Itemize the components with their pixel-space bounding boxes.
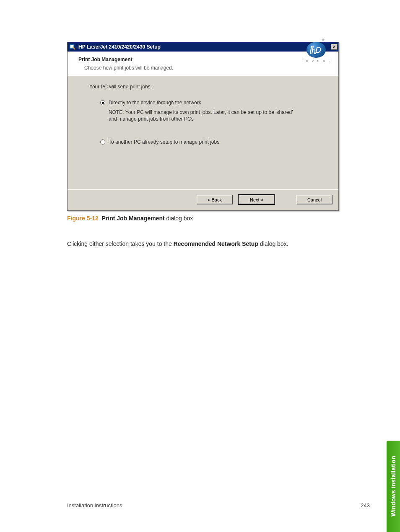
hp-logo-circle <box>306 42 326 58</box>
radio-option-other-pc[interactable]: To another PC already setup to manage pr… <box>100 139 326 145</box>
section-tab-label: Windows installation <box>390 456 397 517</box>
para-pre: Clicking either selection takes you to t… <box>67 240 174 247</box>
radio-other-pc-label: To another PC already setup to manage pr… <box>109 139 219 145</box>
dialog-footer: < Back Next > Cancel <box>68 189 338 210</box>
close-button[interactable]: × <box>331 44 338 50</box>
close-icon: × <box>333 45 335 49</box>
page: HP LaserJet 2410/2420/2430 Setup × Print… <box>0 0 400 532</box>
header-text: Print Job Management Choose how print jo… <box>78 56 173 71</box>
back-button[interactable]: < Back <box>197 195 233 204</box>
header-subtitle: Choose how print jobs will be managed. <box>78 65 173 71</box>
cancel-button[interactable]: Cancel <box>296 195 332 204</box>
footer-left: Installation instructions <box>67 502 122 509</box>
dialog-header: Print Job Management Choose how print jo… <box>68 52 338 76</box>
window-title: HP LaserJet 2410/2420/2430 Setup <box>78 44 161 50</box>
titlebar: HP LaserJet 2410/2420/2430 Setup × <box>68 42 338 52</box>
radio-direct-input[interactable] <box>100 100 105 105</box>
body-paragraph: Clicking either selection takes you to t… <box>67 240 358 248</box>
app-icon <box>69 44 76 50</box>
section-tab: Windows installation <box>387 441 400 532</box>
hp-invent-text: i n v e n t <box>301 59 331 63</box>
setup-dialog: HP LaserJet 2410/2420/2430 Setup × Print… <box>67 42 339 211</box>
figure-caption: Figure 5-12 Print Job Management dialog … <box>67 215 358 222</box>
figure-number: Figure 5-12 <box>67 215 99 222</box>
option1-note: NOTE: Your PC will manage its own print … <box>109 109 301 122</box>
dialog-body: Your PC will send print jobs: Directly t… <box>68 76 338 189</box>
figure-suffix: dialog box <box>165 215 193 222</box>
radio-direct-label: Directly to the device through the netwo… <box>109 100 201 106</box>
header-title: Print Job Management <box>78 57 173 62</box>
titlebar-left: HP LaserJet 2410/2420/2430 Setup <box>69 44 161 50</box>
registered-mark: ® <box>322 38 324 42</box>
figure-title: Print Job Management <box>101 215 164 222</box>
next-button[interactable]: Next > <box>239 195 275 204</box>
spacer <box>281 195 291 204</box>
para-post: dialog box. <box>258 240 288 247</box>
hp-logo: ® i n v e n t <box>301 56 333 63</box>
page-footer: Installation instructions 243 <box>67 502 370 509</box>
para-bold: Recommended Network Setup <box>174 240 258 247</box>
body-intro-text: Your PC will send print jobs: <box>89 84 326 90</box>
footer-page-number: 243 <box>361 502 370 509</box>
radio-option-direct[interactable]: Directly to the device through the netwo… <box>100 100 326 106</box>
radio-other-pc-input[interactable] <box>100 139 105 145</box>
